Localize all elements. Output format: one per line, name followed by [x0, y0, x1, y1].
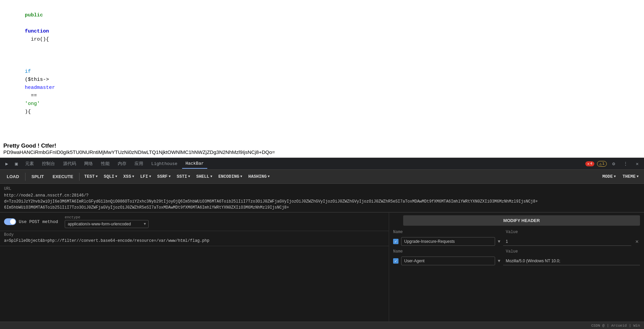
chevron-down-icon: ▼ — [96, 175, 98, 178]
header-checkbox-1[interactable]: ✓ — [393, 239, 398, 244]
keyword-function: function — [25, 29, 49, 34]
right-col: MODIFY HEADER Name Value ✓ ▼ ✕ Nam — [389, 213, 644, 322]
encoding-dropdown[interactable]: ENCODING ▼ — [216, 172, 245, 181]
xss-dropdown[interactable]: XSS ▼ — [121, 172, 137, 181]
header-checkbox-2[interactable]: ✓ — [393, 258, 398, 264]
hashing-dropdown[interactable]: HASHING ▼ — [246, 172, 272, 181]
sqli-dropdown[interactable]: SQLI ▼ — [101, 172, 120, 181]
enctype-label: enctype — [65, 215, 149, 219]
tab-performance[interactable]: 性能 — [98, 159, 113, 169]
error-badge: ✕ 4 — [585, 161, 594, 166]
chevron-down-icon-1[interactable]: ▼ — [498, 239, 500, 244]
split-button[interactable]: SPLIT — [28, 172, 48, 181]
chevron-down-icon: ▼ — [115, 175, 117, 178]
options-and-header: Use POST method enctype application/x-ww… — [0, 212, 644, 322]
warn-count: 1 — [602, 162, 605, 166]
tab-application[interactable]: 应用 — [131, 159, 147, 169]
output-line2: PD9waHANCiRmbGFnID0gIk5TU0NURntiMjMwYTUz… — [3, 149, 641, 155]
code-line: public function iro(){ — [7, 3, 637, 52]
modify-header-button[interactable]: MODIFY HEADER — [403, 215, 640, 226]
status-bar: CSDN @ | Arcueid | Win — [0, 322, 644, 329]
chevron-down-icon: ▼ — [268, 175, 270, 178]
body-value[interactable]: a=SplFileObject&b=php://filter//convert.… — [4, 238, 385, 243]
separator — [25, 173, 25, 181]
tab-elements[interactable]: 元素 — [22, 159, 37, 169]
header-value-input-2[interactable] — [503, 257, 640, 265]
mode-dropdown[interactable]: MODE ▼ — [600, 172, 619, 181]
keyword-public: public — [25, 12, 43, 18]
ssti-dropdown[interactable]: SSTI ▼ — [174, 172, 193, 181]
error-count: 4 — [590, 162, 592, 166]
code-line: if ($this-> headmaster == 'ong' ){ — [7, 52, 637, 124]
code-line: echo "Pretty Good ! Ctfer!\n" ; — [7, 124, 637, 141]
enctype-select[interactable]: application/x-www-form-urlencoded multip… — [65, 220, 149, 228]
output-area: Pretty Good ! Ctfer! PD9waHANCiRmbGFnID0… — [0, 141, 644, 158]
warn-badge: △ 1 — [597, 161, 607, 167]
header-value-input-1[interactable] — [503, 237, 632, 246]
tab-network[interactable]: 网络 — [81, 159, 96, 169]
header-entry-2: ✓ ▼ — [393, 257, 640, 265]
chevron-down-icon: ▼ — [149, 175, 151, 178]
tab-sources[interactable]: 源代码 — [60, 159, 79, 169]
body-label: Body — [4, 232, 385, 237]
box-icon[interactable]: ▣ — [12, 160, 20, 168]
url-label: URL — [4, 186, 640, 191]
test-dropdown[interactable]: TEST ▼ — [82, 172, 100, 181]
url-value: http://node2.anna.nssctf.cn:28146/?d=Tzo… — [4, 193, 640, 211]
load-button[interactable]: LOAD — [3, 172, 23, 181]
close-icon[interactable]: ✕ — [633, 160, 641, 168]
chevron-down-icon: ▼ — [210, 175, 212, 178]
toggle-label: Use POST method — [19, 219, 58, 224]
chevron-down-icon: ▼ — [240, 175, 242, 178]
chevron-down-icon: ▼ — [132, 175, 134, 178]
tab-memory[interactable]: 内存 — [114, 159, 130, 169]
chevron-down-icon: ▼ — [614, 175, 616, 178]
output-line1: Pretty Good ! Ctfer! — [3, 143, 641, 149]
code-area: public function iro(){ if ($this-> headm… — [0, 0, 644, 141]
separator — [79, 173, 79, 181]
hackbar-right: MODE ▼ THEME ▼ — [600, 172, 641, 181]
name-col-label: Name — [393, 230, 500, 234]
warn-icon: △ — [599, 162, 602, 166]
devtools-right: ✕ 4 △ 1 ⚙ ⋮ ✕ — [585, 160, 641, 168]
chevron-down-icon-2[interactable]: ▼ — [498, 259, 500, 264]
hackbar-toolbar: LOAD SPLIT EXECUTE TEST ▼ SQLI ▼ XSS ▼ L… — [0, 170, 644, 184]
enctype-section: enctype application/x-www-form-urlencode… — [65, 215, 149, 228]
ssrf-dropdown[interactable]: SSRF ▼ — [154, 172, 173, 181]
name-col-label-2: Name — [393, 249, 500, 254]
chevron-down-icon: ▼ — [637, 175, 639, 178]
header-col-labels-2: Name Value — [393, 249, 640, 254]
error-icon: ✕ — [587, 162, 590, 166]
header-close-btn-1[interactable]: ✕ — [634, 238, 640, 245]
enctype-select-wrap: application/x-www-form-urlencoded multip… — [65, 220, 149, 228]
cursor-icon[interactable]: ▶ — [3, 160, 11, 168]
chevron-down-icon: ▼ — [169, 175, 171, 178]
toggle-wrap: Use POST method — [4, 218, 58, 225]
lfi-dropdown[interactable]: LFI ▼ — [138, 172, 154, 181]
value-col-label: Value — [506, 230, 640, 234]
more-icon[interactable]: ⋮ — [621, 160, 631, 168]
status-text: CSDN @ | Arcueid | Win — [591, 324, 640, 328]
left-col: Use POST method enctype application/x-ww… — [0, 213, 389, 322]
main-container: public function iro(){ if ($this-> headm… — [0, 0, 644, 329]
tab-hackbar[interactable]: HackBar — [182, 159, 207, 169]
tab-lighthouse[interactable]: Lighthouse — [148, 159, 181, 168]
url-section: URL http://node2.anna.nssctf.cn:28146/?d… — [0, 184, 644, 212]
header-name-input-1[interactable] — [401, 237, 495, 246]
theme-dropdown[interactable]: THEME ▼ — [620, 172, 641, 181]
post-options: Use POST method enctype application/x-ww… — [0, 213, 389, 231]
chevron-down-icon: ▼ — [188, 175, 190, 178]
hackbar-main: URL http://node2.anna.nssctf.cn:28146/?d… — [0, 184, 644, 322]
header-name-input-2[interactable] — [401, 257, 495, 265]
toggle-knob — [10, 219, 15, 224]
body-section: Body a=SplFileObject&b=php://filter//con… — [0, 231, 389, 246]
tab-console[interactable]: 控制台 — [39, 159, 58, 169]
shell-dropdown[interactable]: SHELL ▼ — [194, 172, 215, 181]
settings-icon[interactable]: ⚙ — [609, 160, 618, 168]
execute-button[interactable]: EXECUTE — [49, 172, 77, 181]
value-col-label-2: Value — [506, 249, 640, 254]
header-col-labels: Name Value — [393, 230, 640, 234]
devtools-bar: ▶ ▣ 元素 控制台 源代码 网络 性能 内存 应用 Lighthouse Ha… — [0, 158, 644, 170]
use-post-toggle[interactable] — [4, 218, 16, 225]
header-entry-1: ✓ ▼ ✕ — [393, 237, 640, 246]
